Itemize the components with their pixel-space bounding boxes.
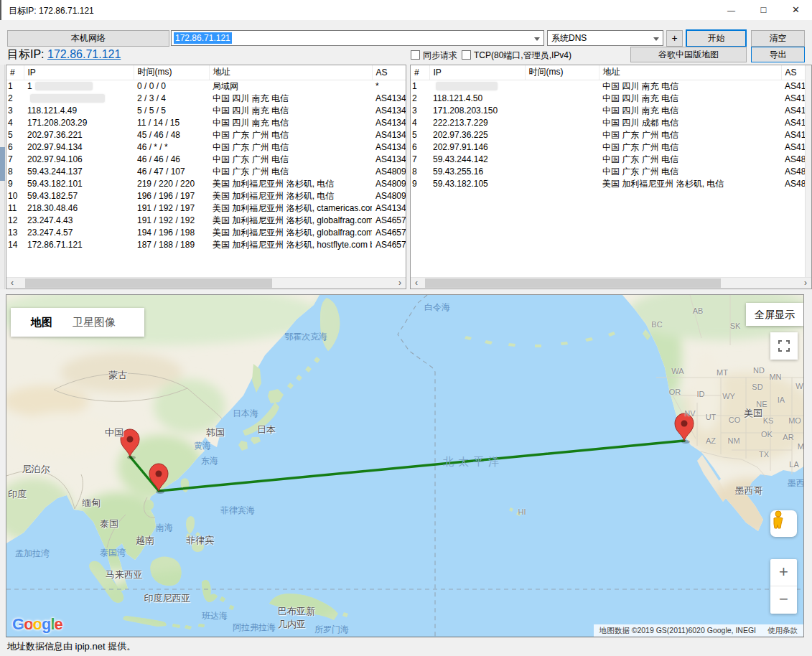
cell-time	[525, 141, 599, 154]
table-row[interactable]: 14172.86.71.121187 / 188 / 189美国 加利福尼亚州 …	[6, 239, 406, 251]
zoom-out-button[interactable]: −	[770, 586, 797, 614]
chevron-down-icon[interactable]	[653, 37, 659, 41]
checkbox-icon[interactable]	[411, 50, 420, 60]
table-row[interactable]: 5202.97.36.22145 / 46 / 48中国 广东 广州 电信AS4…	[6, 129, 406, 141]
minimize-icon[interactable]: —	[715, 0, 747, 20]
table-row[interactable]: 11218.30.48.46191 / 192 / 197美国 加利福尼亚州 洛…	[6, 202, 406, 215]
cell-as: AS4809	[372, 178, 406, 190]
ip-combobox[interactable]: 172.86.71.121	[171, 30, 544, 46]
table-row[interactable]: 3118.121.4.495 / 5 / 5中国 四川 南充 电信AS4134	[6, 105, 406, 117]
left-edge-scrollbar[interactable]	[0, 65, 5, 289]
table-row[interactable]: 6202.97.91.146中国 广东 广州 电信AS4134	[411, 141, 812, 154]
scroll-right-icon[interactable]: ›	[394, 278, 406, 289]
local-network-button[interactable]: 本机网络	[7, 30, 169, 47]
table-row[interactable]: 3171.208.203.150中国 四川 南充 电信AS4134	[411, 105, 812, 117]
cell-time: 194 / 196 / 198	[134, 227, 209, 239]
tcp-checkbox[interactable]: TCP(80端口,管理员,IPv4)	[462, 50, 571, 62]
cell-as: *	[372, 80, 406, 93]
cell-as: AS4134	[372, 93, 406, 105]
trace-table-left: # IP 时间(ms) 地址 AS 110 / 0 / 0局域网*22 / 3 …	[6, 65, 406, 289]
scroll-left-icon[interactable]: ‹	[6, 278, 18, 289]
vertical-scrollbar[interactable]	[805, 65, 811, 278]
column-header-num[interactable]: #	[6, 65, 24, 80]
table-row[interactable]: 859.43.244.13746 / 47 / 107中国 广东 广州 电信AS…	[6, 166, 406, 178]
export-button[interactable]: 导出	[751, 47, 805, 62]
target-ip-link[interactable]: 172.86.71.121	[47, 48, 121, 60]
checkbox-icon[interactable]	[462, 50, 471, 60]
clear-button[interactable]: 清空	[751, 30, 805, 47]
table-row[interactable]: 1059.43.182.57196 / 196 / 197美国 加利福尼亚州 洛…	[6, 190, 406, 202]
tab-map[interactable]: 地图	[11, 316, 65, 329]
table-row[interactable]: 859.43.255.16中国 广东 广州 电信AS4809	[411, 166, 812, 178]
cell-num: 8	[411, 166, 429, 178]
cell-addr: 中国 广东 广州 电信	[209, 154, 372, 166]
column-header-ip[interactable]: IP	[429, 65, 525, 80]
cell-num: 8	[6, 166, 24, 178]
pegman-button[interactable]	[770, 510, 797, 537]
column-header-ip[interactable]: IP	[24, 65, 134, 80]
horizontal-scrollbar[interactable]: ‹ ›	[411, 277, 811, 289]
cell-addr: 美国 加利福尼亚州 洛杉矶, 电信	[599, 178, 781, 190]
column-header-time[interactable]: 时间(ms)	[525, 65, 599, 80]
sync-request-checkbox[interactable]: 同步请求	[411, 50, 457, 62]
cell-as: AS46573	[372, 239, 406, 251]
cell-addr: 美国 加利福尼亚州 洛杉矶, hostflyte.com bu...	[209, 239, 372, 251]
column-header-addr[interactable]: 地址	[599, 65, 781, 80]
map-canvas[interactable]: 白令海鄂霍次克海日本海黄海东海菲律宾海南海孟加拉湾泰国湾班达海阿拉弗拉海所罗门海…	[6, 294, 804, 637]
cell-addr: 美国 加利福尼亚州 洛杉矶, 电信	[209, 178, 372, 190]
cell-as: AS4134	[372, 154, 406, 166]
cell-addr: 中国 广东 广州 电信	[209, 129, 372, 141]
column-header-addr[interactable]: 地址	[209, 65, 372, 80]
dns-combobox[interactable]: 系统DNS	[547, 30, 663, 46]
google-logo[interactable]: Google	[12, 615, 62, 634]
column-header-num[interactable]: #	[411, 65, 429, 80]
column-header-time[interactable]: 时间(ms)	[134, 65, 209, 80]
table-row[interactable]: 110 / 0 / 0局域网*	[6, 80, 406, 93]
start-button[interactable]: 开始	[686, 29, 747, 47]
terms-link[interactable]: 使用条款	[767, 626, 798, 636]
table-row[interactable]: 7202.97.94.10646 / 46 / 46中国 广东 广州 电信AS4…	[6, 154, 406, 166]
chevron-down-icon[interactable]	[534, 37, 540, 41]
table-row[interactable]: 1中国 四川 南充 电信AS4134	[411, 80, 812, 93]
table-row[interactable]: 1223.247.4.43191 / 192 / 192美国 加利福尼亚州 洛杉…	[6, 215, 406, 227]
fullscreen-button[interactable]	[770, 332, 798, 360]
table-row[interactable]: 1323.247.4.57194 / 196 / 198美国 加利福尼亚州 洛杉…	[6, 227, 406, 239]
table-row[interactable]: 959.43.182.101219 / 220 / 220美国 加利福尼亚州 洛…	[6, 178, 406, 190]
sync-request-label: 同步请求	[423, 50, 457, 60]
tab-satellite[interactable]: 卫星图像	[65, 316, 123, 329]
cell-num: 7	[6, 154, 24, 166]
table-row[interactable]: 759.43.244.142中国 广东 广州 电信AS4809	[411, 154, 812, 166]
cell-ip: 202.97.91.146	[429, 141, 525, 154]
cell-num: 11	[6, 202, 24, 215]
cell-time: 2 / 3 / 4	[134, 93, 209, 105]
google-china-map-button[interactable]: 谷歌中国版地图	[630, 47, 747, 62]
cell-addr: 中国 广东 广州 电信	[599, 154, 781, 166]
scrollbar-thumb[interactable]	[25, 278, 272, 288]
table-row[interactable]: 6202.97.94.13446 / * / *中国 广东 广州 电信AS413…	[6, 141, 406, 154]
close-icon[interactable]: ✕	[780, 0, 812, 20]
table-row[interactable]: 959.43.182.105美国 加利福尼亚州 洛杉矶, 电信AS4809	[411, 178, 812, 190]
column-header-as[interactable]: AS	[372, 65, 406, 80]
horizontal-scrollbar[interactable]: ‹ ›	[6, 277, 406, 289]
scroll-right-icon[interactable]: ›	[800, 278, 811, 289]
cell-ip: 202.97.94.106	[24, 154, 134, 166]
cell-ip: 118.121.4.50	[429, 93, 525, 105]
scrollbar-thumb[interactable]	[425, 278, 721, 288]
cell-ip: 23.247.4.43	[24, 215, 134, 227]
cell-ip: 59.43.182.101	[24, 178, 134, 190]
add-button[interactable]: +	[666, 30, 683, 47]
cell-num: 5	[411, 129, 429, 141]
cell-addr: 中国 广东 广州 电信	[599, 129, 781, 141]
table-row[interactable]: 4171.208.203.2911 / 14 / 15中国 四川 南充 电信AS…	[6, 117, 406, 129]
table-row[interactable]: 5202.97.36.225中国 广东 广州 电信AS4134	[411, 129, 812, 141]
table-row[interactable]: 4222.213.7.229中国 四川 成都 电信AS4134	[411, 117, 812, 129]
scroll-left-icon[interactable]: ‹	[411, 278, 422, 289]
maximize-icon[interactable]: □	[747, 0, 780, 20]
scrollbar-thumb[interactable]	[0, 147, 5, 181]
cell-addr: 中国 四川 南充 电信	[599, 105, 781, 117]
table-row[interactable]: 2118.121.4.50中国 四川 南充 电信AS4134	[411, 93, 812, 105]
zoom-in-button[interactable]: +	[770, 559, 797, 586]
cell-time: 191 / 192 / 192	[134, 215, 209, 227]
table-row[interactable]: 22 / 3 / 4中国 四川 南充 电信AS4134	[6, 93, 406, 105]
cell-addr: 中国 四川 南充 电信	[599, 80, 781, 93]
